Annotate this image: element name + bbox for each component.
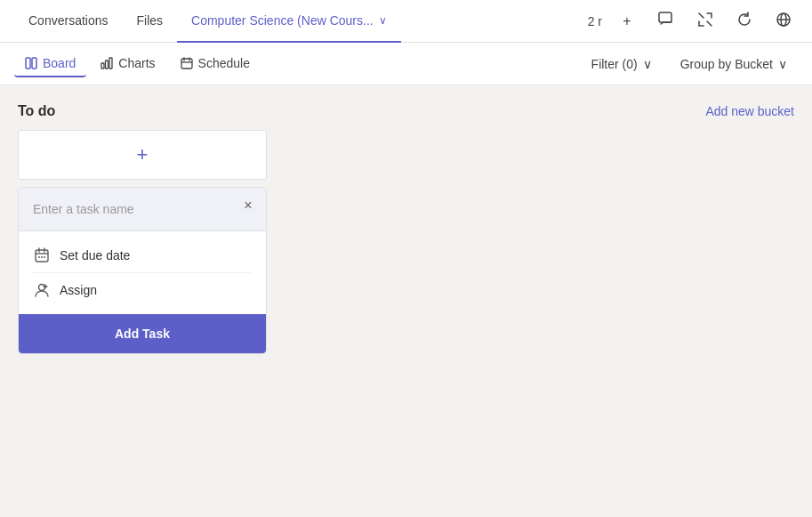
board-icon <box>25 57 37 69</box>
svg-rect-5 <box>101 63 104 69</box>
top-navigation: Conversations Files Computer Science (Ne… <box>0 0 812 43</box>
assign-option[interactable]: Assign <box>33 273 252 307</box>
svg-rect-3 <box>26 58 30 69</box>
group-by-label: Group by Bucket <box>680 57 773 71</box>
form-options: Set due date Assign <box>19 231 266 314</box>
close-icon: × <box>244 198 252 214</box>
sub-tab-charts[interactable]: Charts <box>90 51 165 77</box>
add-bucket-button[interactable]: Add new bucket <box>705 104 794 118</box>
schedule-tab-label: Schedule <box>198 56 250 70</box>
conversations-tab-label: Conversations <box>28 13 109 28</box>
add-button[interactable]: + <box>613 7 641 36</box>
svg-point-11 <box>41 256 43 258</box>
due-date-icon <box>33 247 51 263</box>
sub-toolbar-right: Filter (0) ∨ Group by Bucket ∨ <box>581 52 798 77</box>
charts-tab-label: Charts <box>118 56 155 70</box>
svg-point-10 <box>38 256 40 258</box>
globe-icon <box>776 12 792 31</box>
filter-label: Filter (0) <box>591 57 638 71</box>
nav-tab-course[interactable]: Computer Science (New Cours... ∨ <box>177 0 401 43</box>
svg-rect-6 <box>106 61 109 69</box>
board-column: + × <box>18 130 267 354</box>
group-by-chevron-icon: ∨ <box>778 57 787 71</box>
due-date-option[interactable]: Set due date <box>33 238 252 273</box>
svg-rect-0 <box>659 12 671 22</box>
nav-tab-conversations[interactable]: Conversations <box>14 0 123 43</box>
board-tab-label: Board <box>43 56 76 70</box>
schedule-icon <box>181 57 193 69</box>
main-content: To do Add new bucket + × <box>0 85 812 517</box>
files-tab-label: Files <box>137 13 164 28</box>
sub-tab-schedule[interactable]: Schedule <box>170 51 261 77</box>
due-date-label: Set due date <box>60 248 130 263</box>
group-by-button[interactable]: Group by Bucket ∨ <box>670 52 798 77</box>
chat-icon <box>658 12 674 31</box>
refresh-icon <box>736 12 752 31</box>
members-count: 2 r <box>588 14 602 28</box>
svg-point-12 <box>44 256 45 258</box>
chat-button[interactable] <box>652 7 680 36</box>
add-task-card[interactable]: + <box>18 130 267 180</box>
svg-rect-8 <box>181 59 192 69</box>
assign-icon <box>33 282 51 298</box>
charts-icon <box>100 57 113 69</box>
task-name-input[interactable] <box>19 188 266 231</box>
svg-rect-4 <box>32 58 36 69</box>
assign-label: Assign <box>60 283 97 297</box>
top-nav-tabs: Conversations Files Computer Science (Ne… <box>14 0 588 43</box>
add-task-button[interactable]: Add Task <box>19 314 266 353</box>
sub-tab-board[interactable]: Board <box>14 51 86 77</box>
section-title: To do <box>18 103 55 119</box>
expand-icon <box>697 12 713 31</box>
section-header: To do Add new bucket <box>18 103 794 119</box>
add-task-card-icon: + <box>137 143 149 166</box>
sub-toolbar: Board Charts Schedule <box>0 43 812 85</box>
plus-icon: + <box>623 13 631 29</box>
filter-chevron-icon: ∨ <box>643 57 652 71</box>
refresh-button[interactable] <box>730 7 759 36</box>
globe-button[interactable] <box>769 7 798 36</box>
filter-button[interactable]: Filter (0) ∨ <box>581 52 663 77</box>
svg-rect-9 <box>36 250 48 262</box>
form-close-button[interactable]: × <box>237 195 259 216</box>
course-tab-chevron-icon: ∨ <box>379 14 387 27</box>
svg-point-13 <box>39 285 45 291</box>
new-task-form: × Set due date <box>18 187 267 354</box>
expand-button[interactable] <box>691 7 720 36</box>
nav-tab-files[interactable]: Files <box>123 0 178 43</box>
top-nav-actions: 2 r + <box>588 7 798 36</box>
course-tab-label: Computer Science (New Cours... <box>191 13 374 28</box>
svg-rect-7 <box>109 58 112 69</box>
sub-nav-tabs: Board Charts Schedule <box>14 51 261 77</box>
